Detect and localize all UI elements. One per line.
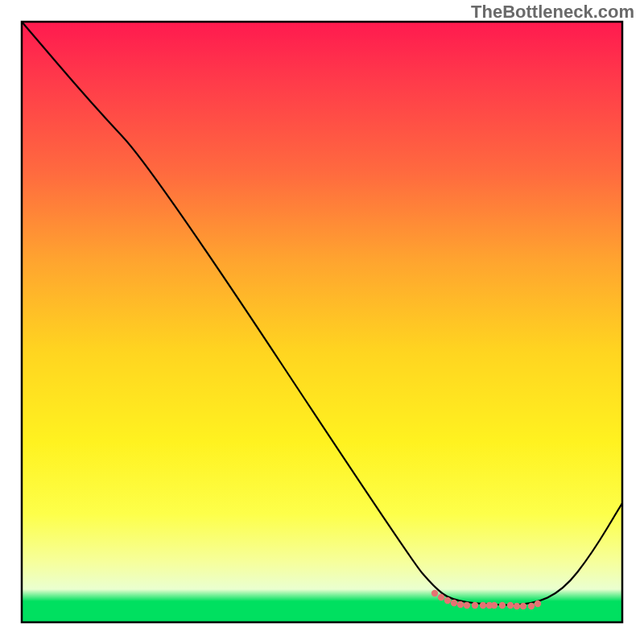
notch-dot <box>520 603 526 609</box>
notch-dot <box>480 602 486 609</box>
notch-dot <box>528 603 535 609</box>
watermark-text: TheBottleneck.com <box>471 2 634 23</box>
notch-dot <box>444 597 451 604</box>
notch-dot <box>499 602 506 609</box>
plot-background <box>22 22 622 622</box>
notch-dot <box>431 590 438 597</box>
notch-dot <box>451 600 457 606</box>
notch-dot <box>438 594 444 601</box>
notch-dot <box>457 601 464 608</box>
notch-dot <box>464 602 470 609</box>
notch-dot <box>491 602 497 609</box>
notch-dot <box>535 601 541 607</box>
notch-dot <box>507 602 514 609</box>
notch-dot <box>514 603 520 609</box>
bottleneck-chart <box>0 0 644 644</box>
notch-dot <box>472 602 478 609</box>
